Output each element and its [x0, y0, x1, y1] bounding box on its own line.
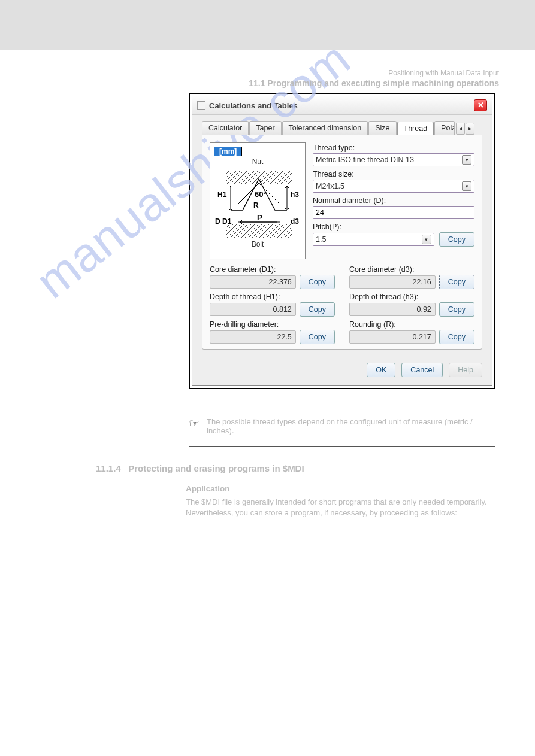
pitch-label: Pitch(P): [313, 223, 474, 231]
tab-calculator[interactable]: Calculator [202, 121, 249, 135]
dialog-button-row: OK Cancel Help [192, 357, 492, 385]
header-line-1: Positioning with Manual Data Input [249, 69, 499, 77]
thread-profile-svg: 60° R P H1 D D1 h3 d3 [214, 168, 303, 240]
section-block: 11.1.4 Protecting and erasing programs i… [96, 463, 491, 518]
diagram-label-nut: Nut [214, 157, 301, 166]
help-button: Help [449, 363, 482, 377]
predrill-label: Pre-drilling diameter: [210, 320, 335, 329]
predrill-value: 22.5 [210, 330, 296, 344]
core-d1-label: Core diameter (D1): [210, 265, 335, 274]
pitch-select[interactable]: 1.5 ▾ [313, 233, 434, 246]
svg-text:P: P [257, 213, 262, 222]
svg-rect-1 [226, 224, 292, 238]
svg-text:h3: h3 [291, 190, 299, 199]
tab-size[interactable]: Size [368, 121, 396, 135]
nominal-diameter-label: Nominal diameter (D): [313, 196, 474, 205]
tab-toleranced-dimension[interactable]: Toleranced dimension [282, 121, 368, 135]
dialog-title: Calculations and Tables [209, 101, 470, 110]
dialog-titlebar: Calculations and Tables ✕ [192, 96, 492, 115]
svg-text:R: R [253, 201, 259, 210]
dialog-screenshot-frame: Calculations and Tables ✕ Calculator Tap… [189, 93, 495, 389]
depth-h3-label: Depth of thread (h3): [349, 293, 474, 301]
thread-size-label: Thread size: [313, 170, 474, 178]
chevron-down-icon: ▾ [422, 235, 431, 244]
tab-scroll-right-icon[interactable]: ▸ [466, 123, 474, 135]
tab-thread[interactable]: Thread [397, 122, 434, 135]
note-text: The possible thread types depend on the … [207, 417, 495, 435]
depth-h3-value: 0.92 [349, 303, 436, 316]
rounding-value: 0.217 [349, 330, 436, 344]
nominal-diameter-input[interactable] [313, 206, 474, 219]
dialog-icon [197, 101, 205, 110]
note-block: ☞ The possible thread types depend on th… [189, 411, 495, 447]
depth-h1-label: Depth of thread (H1): [210, 293, 335, 301]
tab-taper[interactable]: Taper [249, 121, 281, 135]
thread-type-value: Metric ISO fine thread DIN 13 [316, 156, 414, 164]
tab-strip: Calculator Taper Toleranced dimension Si… [192, 115, 492, 135]
tab-scroll-left-icon[interactable]: ◂ [456, 123, 465, 135]
core-d3-value: 22.16 [349, 275, 436, 289]
svg-text:H1: H1 [217, 190, 227, 199]
diagram-label-bolt: Bolt [214, 240, 301, 248]
copy-pitch-button[interactable]: Copy [439, 232, 474, 247]
copy-h3-button[interactable]: Copy [439, 302, 474, 317]
svg-text:60°: 60° [255, 190, 267, 199]
section-number: 11.1.4 [96, 463, 121, 473]
thread-size-value: M24x1.5 [316, 182, 344, 190]
pitch-value: 1.5 [316, 235, 326, 244]
subsection-title: Application [186, 484, 491, 493]
page-header: Positioning with Manual Data Input 11.1 … [249, 69, 499, 88]
top-gray-banner [0, 0, 535, 51]
thread-size-select[interactable]: M24x1.5 ▾ [313, 180, 474, 193]
rounding-label: Rounding (R): [349, 320, 474, 329]
section-title: Protecting and erasing programs in $MDI [128, 463, 304, 473]
ok-button[interactable]: OK [367, 363, 395, 377]
pointing-hand-icon: ☞ [189, 417, 200, 429]
thread-type-label: Thread type: [313, 144, 474, 152]
copy-d1-button[interactable]: Copy [300, 275, 335, 289]
chevron-down-icon: ▾ [462, 181, 471, 191]
core-d1-value: 22.376 [210, 275, 296, 289]
copy-d3-button[interactable]: Copy [439, 275, 474, 289]
core-d3-label: Core diameter (d3): [349, 265, 474, 274]
svg-rect-0 [226, 171, 292, 184]
chevron-down-icon: ▾ [462, 155, 471, 165]
unit-badge: [mm] [214, 147, 242, 156]
header-line-2: 11.1 Programming and executing simple ma… [249, 78, 499, 88]
thread-diagram: [mm] Nut [210, 142, 306, 259]
thread-tab-panel: [mm] Nut [202, 135, 482, 350]
copy-h1-button[interactable]: Copy [300, 302, 335, 317]
depth-h1-value: 0.812 [210, 303, 296, 316]
close-icon[interactable]: ✕ [474, 99, 487, 111]
svg-text:D: D [215, 217, 220, 226]
section-paragraph: The $MDI file is generally intended for … [186, 497, 491, 518]
copy-rounding-button[interactable]: Copy [439, 330, 474, 344]
cancel-button[interactable]: Cancel [401, 363, 443, 377]
calculations-dialog: Calculations and Tables ✕ Calculator Tap… [192, 96, 492, 386]
copy-predrill-button[interactable]: Copy [300, 330, 335, 344]
svg-text:d3: d3 [291, 217, 299, 226]
svg-text:D1: D1 [222, 217, 232, 226]
thread-type-select[interactable]: Metric ISO fine thread DIN 13 ▾ [313, 153, 474, 166]
tab-polar-partial[interactable]: Polai [434, 121, 455, 135]
